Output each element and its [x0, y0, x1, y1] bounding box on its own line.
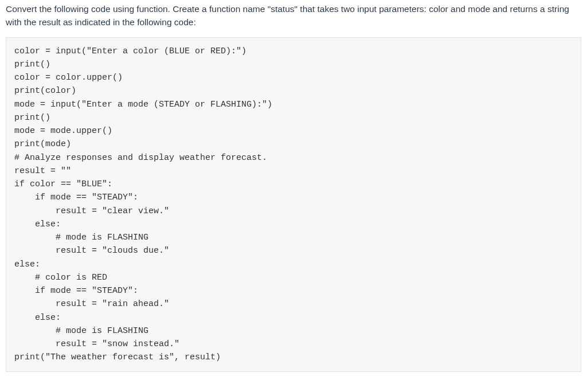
code-line: result = "snow instead." [14, 338, 573, 351]
code-line: # Analyze responses and display weather … [14, 151, 573, 164]
code-line: print("The weather forecast is", result) [14, 351, 573, 364]
code-line: print(color) [14, 84, 573, 97]
code-line: color = input("Enter a color (BLUE or RE… [14, 45, 573, 58]
code-line: result = "clear view." [14, 205, 573, 218]
code-line: print(mode) [14, 138, 573, 151]
code-line: if mode == "STEADY": [14, 284, 573, 297]
code-line: if mode == "STEADY": [14, 191, 573, 204]
code-line: if color == "BLUE": [14, 178, 573, 191]
code-line: else: [14, 311, 573, 324]
code-line: print() [14, 58, 573, 71]
code-line: # color is RED [14, 271, 573, 284]
code-line: color = color.upper() [14, 71, 573, 84]
code-line: else: [14, 218, 573, 231]
problem-instructions: Convert the following code using functio… [0, 0, 587, 37]
code-line: print() [14, 111, 573, 124]
code-line: result = "rain ahead." [14, 297, 573, 311]
code-line: else: [14, 258, 573, 271]
code-line: result = "clouds due." [14, 244, 573, 257]
code-line: # mode is FLASHING [14, 231, 573, 244]
code-line: mode = input("Enter a mode (STEADY or FL… [14, 98, 573, 111]
code-line: result = "" [14, 164, 573, 178]
code-line: mode = mode.upper() [14, 124, 573, 138]
code-line: # mode is FLASHING [14, 324, 573, 338]
code-block: color = input("Enter a color (BLUE or RE… [6, 37, 581, 372]
